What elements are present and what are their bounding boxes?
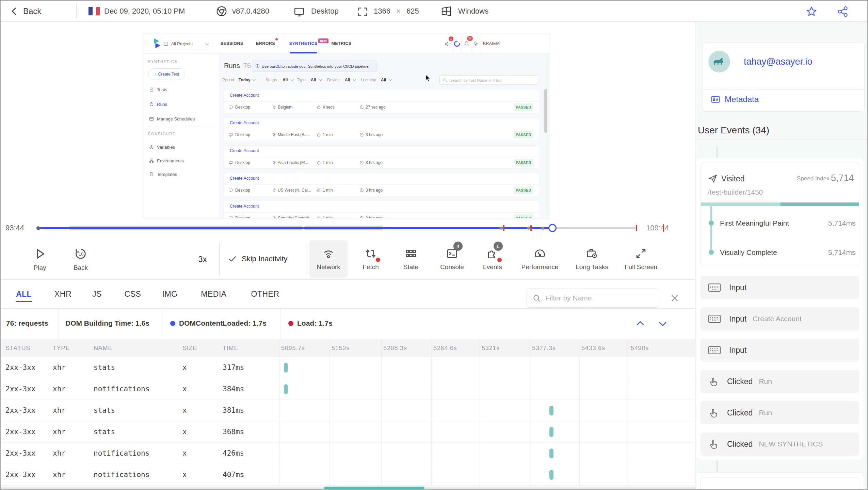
filter-value-device: All xyxy=(345,78,350,82)
banner-text: to include your Synthetics into your CI/… xyxy=(282,64,370,68)
tab-js[interactable]: JS xyxy=(92,290,102,299)
tab-all[interactable]: ALL xyxy=(16,290,32,299)
full-screen-button[interactable]: Full Screen xyxy=(615,247,666,271)
tab-media[interactable]: MEDIA xyxy=(201,290,226,299)
cell-status: 2xx-3xx xyxy=(5,464,36,486)
jump-up-icon[interactable] xyxy=(634,318,646,329)
chevron-down-icon xyxy=(205,43,209,46)
chevron-down-icon xyxy=(252,79,256,81)
scrollbar[interactable] xyxy=(544,89,547,133)
back-button[interactable]: Back xyxy=(10,6,41,16)
metric-connector-line xyxy=(710,206,712,252)
play-label: Play xyxy=(34,264,46,272)
events-panel-button[interactable]: Events xyxy=(467,247,518,271)
stopwatch-icon xyxy=(317,188,321,193)
share-icon[interactable] xyxy=(837,5,849,18)
metadata-button[interactable]: Metadata xyxy=(710,94,759,104)
app-search-input: Search by Test Name or #Tag xyxy=(439,75,538,85)
user-email-link[interactable]: tahay@asayer.io xyxy=(744,56,813,67)
clock-icon xyxy=(359,133,364,137)
cli-banner: ⓘ Use our CLI to include your Synthetics… xyxy=(252,61,376,72)
run-duration: 1 min xyxy=(323,216,333,218)
metric-name: Visually Complete xyxy=(720,248,777,257)
event-row-input[interactable]: Input Create Account xyxy=(701,307,859,330)
close-panel-icon[interactable] xyxy=(670,293,679,303)
time-tick: 5490s xyxy=(631,345,649,352)
run-location: Belgium xyxy=(278,105,292,110)
run-name-link: Create Account xyxy=(230,93,259,98)
timeline-track-remaining[interactable] xyxy=(552,227,637,229)
sidebar-section-synthetics: SYNTHETICS xyxy=(148,60,178,64)
visited-event-card[interactable]: Visited Speed Index 5,714 /test-builder/… xyxy=(701,162,859,266)
divider xyxy=(280,309,280,339)
run-location: US West (N. Cal... xyxy=(278,188,311,193)
clock-icon xyxy=(359,161,364,165)
time-tick: 5433.6s xyxy=(581,345,605,352)
sidebar-section-configure: CONFIGURE xyxy=(148,132,176,136)
sidebar-item-runs: Runs xyxy=(157,102,167,107)
dcl-dot xyxy=(170,321,175,326)
jump-down-icon[interactable] xyxy=(657,318,669,329)
cell-status: 2xx-3xx xyxy=(5,400,36,421)
request-row[interactable]: 2xx-3xx xhr notifications x 426ms xyxy=(1,443,695,464)
tab-xhr[interactable]: XHR xyxy=(54,290,71,299)
event-row-clicked[interactable]: Clicked NEW SYNTHETICS xyxy=(701,432,859,456)
events-count-badge: 6 xyxy=(494,242,503,251)
back-10-button[interactable]: 10 Back xyxy=(55,247,106,272)
divider xyxy=(76,4,77,18)
status-badge: PASSED xyxy=(514,103,533,111)
filter-value-status: All xyxy=(283,78,288,82)
timeline-scrubber[interactable] xyxy=(548,224,557,232)
request-row[interactable]: 2xx-3xx xhr stats x 381ms xyxy=(1,400,695,421)
run-device: Desktop xyxy=(235,132,250,137)
country-flag-icon xyxy=(89,7,100,15)
os-name: Windows xyxy=(458,7,488,16)
metadata-label: Metadata xyxy=(725,95,759,104)
request-waterfall-bar xyxy=(549,406,553,415)
tab-other[interactable]: OTHER xyxy=(251,290,279,299)
run-name-link: Create Account xyxy=(230,148,259,153)
event-row-clicked[interactable]: Clicked Run xyxy=(701,401,859,424)
speed-index-label: Speed Index xyxy=(797,175,829,182)
chevron-down-icon xyxy=(353,79,356,81)
request-row[interactable]: 2xx-3xx xhr stats x 368ms xyxy=(1,421,695,443)
cell-type: xhr xyxy=(53,357,66,378)
keyboard-icon xyxy=(708,314,721,324)
filter-value-location: All xyxy=(381,78,386,82)
column-name: NAME xyxy=(94,345,112,352)
event-row-clicked[interactable]: Clicked Run xyxy=(701,370,859,393)
tab-css[interactable]: CSS xyxy=(125,290,141,299)
event-group-connector xyxy=(717,147,718,157)
back-label: Back xyxy=(74,264,88,272)
filter-input[interactable] xyxy=(545,289,654,307)
speed-toggle[interactable]: 3x xyxy=(198,255,207,264)
event-row-input[interactable]: Input xyxy=(701,339,859,362)
timeline-track-played[interactable] xyxy=(38,227,552,229)
active-tab-underline xyxy=(290,52,317,53)
speed-index-value: 5,714 xyxy=(831,173,854,183)
filter-value-type: All xyxy=(311,78,316,82)
load-time: Load: 1.7s xyxy=(297,319,333,327)
run-duration: 1 min xyxy=(323,160,333,165)
cell-size: x xyxy=(182,357,187,378)
long-tasks-panel-button[interactable]: Long Tasks xyxy=(566,247,617,271)
favorite-star-icon[interactable] xyxy=(805,5,818,18)
cell-name: stats xyxy=(94,357,115,378)
divider xyxy=(695,140,868,140)
horizontal-scrollbar-thumb[interactable] xyxy=(324,487,424,490)
tab-img[interactable]: IMG xyxy=(162,290,178,299)
request-waterfall-bar xyxy=(549,470,553,480)
long-tasks-label: Long Tasks xyxy=(576,263,608,271)
performance-panel-button[interactable]: Performance xyxy=(514,247,565,271)
filter-by-name-input[interactable] xyxy=(527,289,659,308)
request-row[interactable]: 2xx-3xx xhr notifications x 407ms xyxy=(1,464,695,486)
replay-viewport[interactable]: All Projects SESSIONS ERRORS SYNTHETICS … xyxy=(144,33,549,218)
session-topbar: Back Dec 09, 2020, 05:10 PM v87.0.4280 D… xyxy=(1,1,868,22)
progress-bar-left xyxy=(701,202,781,206)
run-name-link: Create Account xyxy=(230,204,259,209)
request-row[interactable]: 2xx-3xx xhr notifications x 384ms xyxy=(1,378,695,400)
request-row[interactable]: 2xx-3xx xhr stats x 317ms xyxy=(1,357,695,378)
cell-status: 2xx-3xx xyxy=(5,421,36,443)
skip-inactivity-checkbox[interactable]: Skip Inactivity xyxy=(228,255,288,263)
event-row-input[interactable]: Input xyxy=(701,276,859,299)
